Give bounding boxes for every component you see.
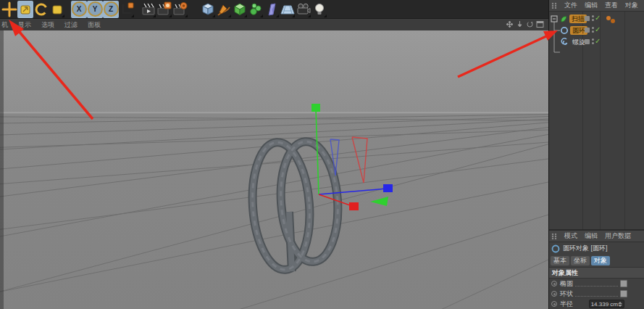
attribute-manager: 模式 编辑 用户数据 圆环对象 [圆环] 基本 坐标 对象 对象属性 椭圆 [549,231,644,309]
viewport-menu-camera[interactable]: 机 [0,20,13,30]
viewport-3d[interactable] [0,30,548,309]
cinema4d-window: X Y Z [0,0,644,309]
last-used-tool-icon[interactable] [49,1,65,18]
am-menu-mode[interactable]: 模式 [561,231,581,241]
zoom-view-icon[interactable] [516,20,524,28]
attribute-menubar: 模式 编辑 用户数据 [549,231,644,242]
sweep-icon [559,15,568,23]
property-label: 环状 [560,289,573,299]
om-menu-view[interactable]: 查看 [601,1,622,10]
viewport-nav-icons [506,20,544,28]
main-toolbar: X Y Z [0,0,548,19]
visibility-dots[interactable] [592,15,594,21]
radius-spinner[interactable] [618,302,622,307]
tab-object[interactable]: 对象 [591,256,610,265]
z-axis-lock-button[interactable]: Z [103,1,119,18]
object-row-sweep[interactable]: 扫描 ✓ [549,13,644,25]
viewport-left-edge [0,30,4,309]
panel-grip-icon[interactable] [551,233,559,239]
coordinate-system-icon[interactable] [119,1,135,18]
right-panel: 文件 编辑 查看 对象 标签 扫描 ✓ [548,0,644,309]
property-row-ellipse: 椭圆 [549,279,644,289]
enable-check-icon[interactable]: ✓ [595,14,601,22]
object-row-circle[interactable]: 圆环 ✓ [549,25,644,36]
x-axis-letter: X [72,1,87,17]
viewport-menubar: 机 显示 选项 过滤 面板 [0,19,548,31]
object-properties-header: 对象属性 [549,267,644,279]
enable-check-icon[interactable]: ✓ [595,25,601,33]
attribute-object-title: 圆环对象 [圆环] [563,244,608,253]
y-axis-handle [311,104,320,112]
scale-tool-icon[interactable] [17,1,33,18]
tab-basic[interactable]: 基本 [551,256,569,265]
subdivision-surface-icon[interactable] [232,1,248,18]
y-axis-lock-button[interactable]: Y [87,1,103,18]
tag-dots-icon[interactable] [606,15,617,24]
keyframe-circle-icon[interactable] [551,281,557,287]
viewport-menu-options[interactable]: 选项 [36,20,59,30]
z-axis-handle [383,184,393,192]
radius-input[interactable]: 14.339 cm [589,300,624,308]
edit-render-settings-icon[interactable] [172,1,188,18]
radius-value: 14.339 cm [591,301,618,308]
property-row-radius: 半径 14.339 cm [549,299,644,309]
property-label: 半径 [560,300,573,309]
panel-grip-icon[interactable] [551,2,559,9]
ellipse-checkbox[interactable] [620,280,627,287]
viewport-menu-filter[interactable]: 过滤 [59,20,83,30]
layer-toggle[interactable] [585,28,590,33]
render-view-icon[interactable] [141,1,156,18]
light-icon[interactable] [311,1,327,18]
tab-coordinates[interactable]: 坐标 [571,256,590,265]
y-axis-letter: Y [88,1,103,17]
circle-icon [560,26,569,35]
visibility-dots[interactable] [592,27,594,33]
move-tool-icon[interactable] [1,1,17,18]
viewport-menu-display[interactable]: 显示 [13,20,36,30]
add-cube-primitive-icon[interactable] [200,1,216,18]
circle-object-icon [551,244,560,253]
helix-icon [560,38,569,46]
enable-check-icon[interactable]: ✓ [595,37,601,45]
property-label: 椭圆 [560,279,573,289]
array-generator-icon[interactable] [248,1,264,18]
om-menu-edit[interactable]: 编辑 [581,1,601,10]
property-row-ring: 环状 [549,289,644,299]
camera-icon[interactable] [296,1,311,18]
om-menu-objects[interactable]: 对象 [622,1,642,10]
x-axis-handle [349,202,359,210]
am-menu-userdata[interactable]: 用户数据 [601,231,635,241]
viewport-menu-panel[interactable]: 面板 [83,20,106,30]
collapse-icon[interactable] [551,15,558,22]
rotate-tool-icon[interactable] [33,1,49,18]
visibility-dots[interactable] [592,38,594,44]
z-axis-letter: Z [104,1,119,17]
rotate-view-icon[interactable] [526,20,534,28]
pan-view-icon[interactable] [506,20,514,28]
toggle-view-icon[interactable] [536,20,544,28]
ring-checkbox[interactable] [620,290,627,297]
attribute-object-header: 圆环对象 [圆环] [549,242,644,255]
keyframe-circle-icon[interactable] [551,301,557,307]
layer-toggle[interactable] [585,39,590,44]
bank-handle [370,197,388,206]
layer-toggle[interactable] [585,16,590,21]
attribute-tabs: 基本 坐标 对象 [549,255,644,267]
object-manager-tree: 扫描 ✓ 圆环 ✓ 螺旋 ✓ [549,12,644,231]
viewport-scene [0,30,548,309]
object-manager-menubar: 文件 编辑 查看 对象 标签 [549,0,644,12]
object-row-helix[interactable]: 螺旋 ✓ [549,36,644,48]
om-menu-file[interactable]: 文件 [561,1,581,10]
bend-deformer-icon[interactable] [264,1,280,18]
keyframe-circle-icon[interactable] [551,291,557,297]
spring-object [248,139,342,271]
spline-pen-icon[interactable] [216,1,232,18]
render-picture-viewer-icon[interactable] [156,1,172,18]
floor-environment-icon[interactable] [280,1,296,18]
x-axis-lock-button[interactable]: X [71,1,87,18]
am-menu-edit[interactable]: 编辑 [581,231,601,241]
